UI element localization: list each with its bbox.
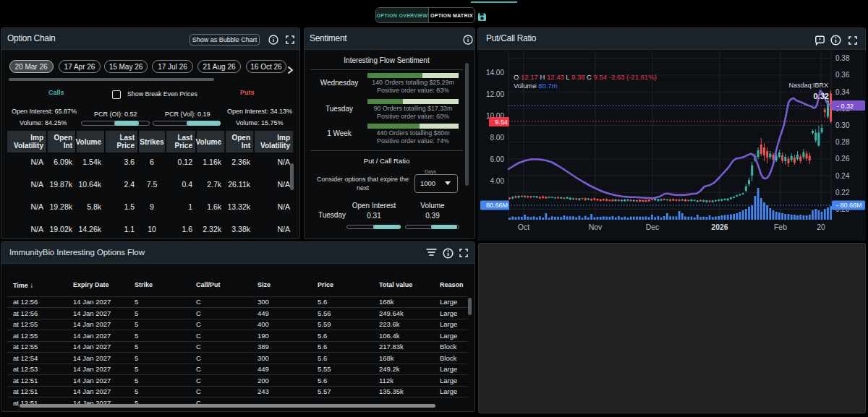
svg-text:- 80.66M: - 80.66M [836,202,862,209]
svg-text:0.26: 0.26 [835,155,850,163]
svg-text:12.00: 12.00 [486,90,504,98]
svg-text:Nasdaq:IBRX: Nasdaq:IBRX [788,82,828,89]
svg-text:6.00: 6.00 [490,155,505,163]
svg-text:Feb: Feb [774,223,787,231]
svg-text:Nov: Nov [589,223,603,231]
svg-text:0.30: 0.30 [835,121,850,129]
svg-text:Volume 80.7m: Volume 80.7m [514,82,558,90]
svg-text:0.28: 0.28 [835,138,850,146]
svg-text:0.32: 0.32 [814,92,829,100]
svg-text:O 12.17 H 12.43 L 9.38 C 9.: O 12.17 H 12.43 L 9.38 C 9.54 -2.63 (-21… [514,73,657,81]
svg-text:Dec: Dec [646,223,660,231]
svg-text:0.36: 0.36 [835,71,850,79]
svg-text:0.38: 0.38 [835,54,850,62]
svg-text:0.22: 0.22 [835,189,850,197]
svg-text:0.34: 0.34 [835,88,850,96]
svg-text:4.00: 4.00 [490,177,505,185]
svg-text:Oct: Oct [518,223,529,231]
svg-text:- 0.32: - 0.32 [837,103,854,110]
svg-text:80.66M: 80.66M [486,202,508,209]
svg-text:20: 20 [817,223,825,231]
svg-text:0.24: 0.24 [835,172,850,180]
svg-text:14.00: 14.00 [486,69,504,77]
svg-text:2026: 2026 [711,223,728,231]
svg-text:9.54: 9.54 [495,119,508,126]
svg-text:8.00: 8.00 [490,134,505,142]
